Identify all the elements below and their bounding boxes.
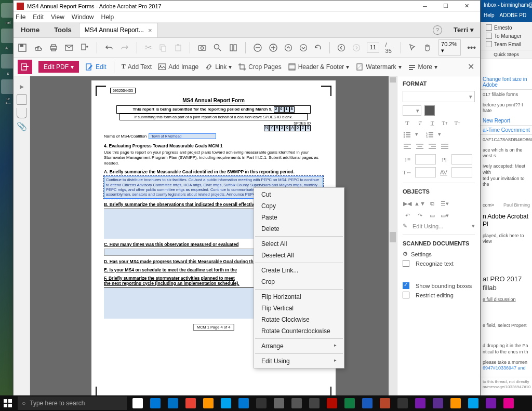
replace-img-icon[interactable]: ▭▾ (440, 211, 449, 220)
color-swatch[interactable] (424, 105, 435, 116)
taskbar-app-icon[interactable] (305, 395, 323, 411)
link-button[interactable]: Link ▾ (205, 63, 232, 71)
snapshot-icon[interactable] (197, 43, 207, 53)
page-number-input[interactable]: 11 (367, 43, 379, 53)
line-spacing-icon[interactable]: ↕≡ (403, 155, 412, 164)
taskbar-app-icon[interactable] (270, 395, 288, 411)
taskbar-app-icon[interactable] (129, 395, 147, 411)
bold-icon[interactable]: T (403, 118, 412, 128)
tools-tab[interactable]: Tools (47, 22, 79, 37)
collapse-panel-icon[interactable]: ▸ (397, 232, 397, 253)
outlook-menu-help[interactable]: Help (484, 12, 495, 21)
rotate-cw-icon[interactable]: ↷ (415, 211, 424, 220)
menu-edit[interactable]: Edit (33, 13, 44, 21)
quickstep-tomanager[interactable]: To Manager (484, 32, 529, 40)
fit-icon[interactable] (229, 43, 238, 53)
ctx-flip-horizontal[interactable]: Flip Horizontal (254, 291, 344, 303)
font-family-select[interactable]: ▾ (403, 91, 475, 102)
taskbar-app-icon[interactable] (288, 395, 305, 411)
taskbar-app-icon[interactable] (358, 395, 376, 411)
char-spacing-icon[interactable]: AV (439, 168, 448, 177)
ctx-delete[interactable]: Delete (254, 223, 344, 235)
rotate-icon[interactable] (314, 43, 323, 53)
prev-view-icon[interactable] (337, 43, 346, 53)
add-image-button[interactable]: Add Image (158, 63, 198, 71)
ctx-rotate-cw[interactable]: Rotate Clockwise (254, 314, 344, 325)
redo-icon[interactable] (120, 43, 129, 53)
align-obj-icon[interactable]: ☰▾ (440, 199, 449, 208)
horizontal-scale-icon[interactable]: T↔ (403, 168, 412, 177)
ms4-value-field[interactable]: Town of Riverhead (149, 133, 216, 139)
cloud-icon[interactable] (33, 43, 43, 53)
ctx-cut[interactable]: Cut (254, 189, 344, 200)
taskbar-app-icon[interactable] (217, 395, 235, 411)
user-menu[interactable]: Terri ▾ (447, 26, 480, 34)
home-tab[interactable]: Home (14, 22, 47, 37)
horizontal-scale-select[interactable] (415, 167, 436, 177)
start-button[interactable] (0, 395, 16, 411)
paste-icon[interactable] (174, 43, 183, 53)
edit-pdf-button[interactable]: Edit PDF▾ (38, 61, 79, 73)
paragraph-spacing-select[interactable] (451, 154, 472, 165)
taskbar-app-icon[interactable] (147, 395, 164, 411)
taskbar-app-icon[interactable] (252, 395, 270, 411)
paragraph-spacing-icon[interactable]: ↕¶ (439, 155, 448, 164)
menu-window[interactable]: Window (72, 13, 94, 21)
taskbar-app-icon[interactable] (182, 395, 200, 411)
ctx-crop[interactable]: Crop (254, 276, 344, 287)
ctx-select-all[interactable]: Select All (254, 238, 344, 250)
taskbar-app-icon[interactable] (323, 395, 341, 411)
thumbnail-panel-icon[interactable] (17, 94, 27, 105)
ctx-flip-vertical[interactable]: Flip Vertical (254, 303, 344, 314)
page-down-icon[interactable] (299, 43, 308, 53)
edit-button[interactable]: Edit (85, 63, 107, 71)
maximize-button[interactable]: ☐ (435, 1, 456, 11)
search-icon[interactable] (213, 43, 222, 53)
ctx-arrange[interactable]: Arrange (254, 340, 344, 352)
taskbar-app-icon[interactable] (235, 395, 252, 411)
thread-1[interactable]: Change font size in Adobe (481, 75, 532, 90)
document-tab[interactable]: MS4 Annual Report... × (79, 23, 158, 37)
save-icon[interactable] (18, 43, 27, 53)
minimize-button[interactable]: ─ (415, 1, 435, 11)
add-text-button[interactable]: T Add Text (122, 63, 152, 71)
more-icon[interactable]: ••• (467, 43, 476, 53)
menu-help[interactable]: Help (101, 13, 114, 21)
flip-v-icon[interactable]: ▲▼ (415, 199, 424, 208)
taskbar-app-icon[interactable] (376, 395, 394, 411)
ctx-create-link[interactable]: Create Link... (254, 265, 344, 276)
ctx-copy[interactable]: Copy (254, 200, 344, 212)
ctx-paste[interactable]: Paste (254, 212, 344, 223)
align-center-icon[interactable] (415, 142, 424, 152)
print-icon[interactable] (49, 43, 58, 53)
thread-3[interactable]: al-Time Government (481, 126, 532, 135)
taskbar-app-icon[interactable] (394, 395, 411, 411)
export-icon[interactable] (80, 43, 89, 53)
italic-icon[interactable]: T (415, 118, 424, 128)
hand-icon[interactable] (423, 43, 432, 53)
copy-icon[interactable] (159, 43, 168, 53)
chevron-down-icon[interactable]: ▾ (472, 223, 475, 229)
outlook-menu-adobe[interactable]: ADOBE PD (500, 12, 527, 21)
subscript-icon[interactable]: TT (453, 118, 462, 128)
zoom-select[interactable]: 70.2% ▾ (438, 39, 461, 56)
arrange-icon[interactable]: ▭ (428, 211, 437, 220)
help-icon[interactable]: ? (433, 25, 442, 35)
superscript-icon[interactable]: TT (440, 118, 449, 128)
flip-h-icon[interactable]: ▶◀ (403, 199, 412, 208)
quickstep-teamemail[interactable]: Team Email (484, 40, 529, 48)
recognize-text-checkbox[interactable]: Recognize text (403, 260, 475, 267)
chevron-down-icon[interactable]: ▾ (438, 131, 445, 139)
page-up-icon[interactable] (284, 43, 293, 53)
next-view-icon[interactable] (352, 43, 361, 53)
vertical-scrollbar[interactable] (389, 76, 397, 406)
thread-2[interactable]: New Report (481, 116, 532, 126)
more-button[interactable]: More ▾ (408, 63, 437, 71)
rotate-ccw-icon[interactable]: ↶ (403, 211, 412, 220)
show-bounding-boxes-checkbox[interactable]: Show bounding boxes (403, 282, 475, 289)
bullet-list-icon[interactable] (403, 130, 412, 140)
align-left-icon[interactable] (403, 142, 412, 152)
chevron-down-icon[interactable]: ▾ (415, 131, 422, 139)
ctx-edit-using[interactable]: Edit Using (254, 355, 344, 367)
menu-file[interactable]: File (16, 13, 25, 21)
